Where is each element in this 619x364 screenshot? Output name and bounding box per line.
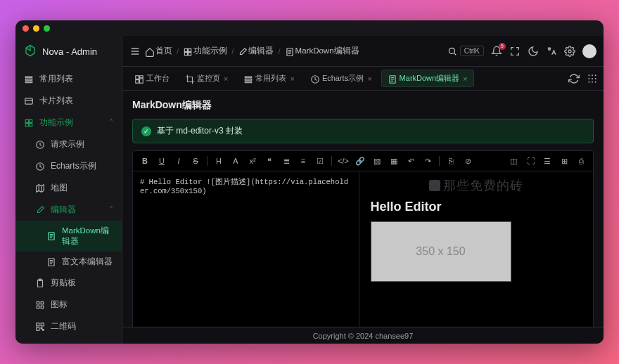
preview-heading: Hello Editor [371, 200, 582, 214]
tool-italic[interactable]: I [171, 154, 186, 168]
tool-fullscreen[interactable]: ⛶ [523, 154, 538, 168]
footer: Copyright © 2024 chansee97 [122, 327, 604, 344]
tool-sup[interactable]: x² [245, 154, 260, 168]
sidebar-item-label: 请求示例 [51, 138, 84, 150]
editor-source[interactable]: # Hello Editor ![图片描述](https://via.place… [133, 171, 359, 327]
tool-task[interactable]: ☑ [312, 154, 328, 168]
tabs-bar: 工作台监控页×常用列表×Echarts示例×MarkDown编辑器× [122, 67, 604, 91]
tool-link[interactable]: 🔗 [352, 154, 368, 168]
window-zoom-dot[interactable] [44, 25, 50, 32]
sidebar-item-label: 常用列表 [39, 73, 73, 85]
sidebar-collapse-icon[interactable] [129, 46, 141, 57]
settings-icon[interactable] [564, 46, 575, 57]
brand[interactable]: Nova - Admin [15, 36, 122, 67]
language-icon[interactable] [546, 46, 557, 57]
clipboard-icon [35, 278, 45, 288]
tabs-more-icon[interactable] [587, 73, 598, 84]
plugin-icon [24, 118, 34, 128]
user-avatar[interactable] [582, 44, 596, 58]
tab-3[interactable]: Echarts示例× [304, 70, 378, 87]
theme-toggle-icon[interactable] [528, 46, 539, 57]
tool-save[interactable]: ⎘ [443, 154, 459, 168]
tab-close-icon[interactable]: × [463, 74, 467, 83]
sidebar-item-8[interactable]: 富文本编辑器 [15, 252, 122, 272]
sidebar-item-6[interactable]: 编辑器˄ [15, 199, 122, 221]
sidebar-item-5[interactable]: 地图 [15, 177, 122, 199]
window-minimize-dot[interactable] [33, 25, 39, 32]
breadcrumb-item-0[interactable]: 首页 [145, 46, 172, 56]
svg-rect-4 [25, 119, 28, 122]
tool-quote[interactable]: ❝ [262, 154, 277, 168]
tool-heading[interactable]: H [211, 154, 226, 168]
sidebar-item-label: MarkDown编辑器 [62, 226, 113, 247]
tool-bold[interactable]: B [137, 154, 153, 168]
sidebar-item-10[interactable]: 图标 [15, 294, 122, 316]
tool-table[interactable]: ▦ [386, 154, 402, 168]
sidebar-item-3[interactable]: 请求示例 [15, 134, 122, 155]
list-icon [24, 74, 34, 84]
notifications-badge: 5 [499, 43, 506, 50]
tool-preview-toggle[interactable]: ◫ [506, 154, 521, 168]
sidebar-item-11[interactable]: 二维码 [15, 316, 122, 337]
breadcrumb-item-3[interactable]: MarkDown编辑器 [285, 46, 359, 56]
tool-redo[interactable]: ↷ [420, 154, 435, 168]
fullscreen-icon[interactable] [509, 46, 521, 57]
tool-catalog[interactable]: ☰ [540, 154, 555, 168]
tab-2[interactable]: 常用列表× [237, 70, 300, 87]
window-close-dot[interactable] [23, 25, 29, 32]
tool-ol[interactable]: ≡ [295, 154, 311, 168]
sidebar-item-2[interactable]: 功能示例˄ [15, 112, 122, 134]
svg-point-40 [595, 74, 596, 76]
tab-4[interactable]: MarkDown编辑器× [381, 70, 474, 87]
tool-html-preview[interactable]: ⊞ [556, 154, 572, 168]
main-layout: Nova - Admin 常用列表卡片列表功能示例˄请求示例Echarts示例地… [15, 36, 604, 344]
sidebar-item-4[interactable]: Echarts示例 [15, 155, 122, 177]
tool-clear[interactable]: ⊘ [460, 154, 476, 168]
alert-text: 基于 md-editor-v3 封装 [157, 125, 243, 137]
tab-label: 监控页 [197, 73, 220, 84]
dashboard-icon [134, 74, 143, 83]
sidebar-item-9[interactable]: 剪贴板 [15, 272, 122, 294]
svg-rect-2 [25, 81, 32, 82]
app-window: Nova - Admin 常用列表卡片列表功能示例˄请求示例Echarts示例地… [15, 20, 604, 344]
tab-close-icon[interactable]: × [290, 74, 294, 83]
breadcrumb-item-2[interactable]: 编辑器 [238, 46, 274, 56]
breadcrumb-item-1[interactable]: 功能示例 [183, 46, 227, 56]
svg-rect-33 [245, 76, 252, 77]
clock-icon [310, 74, 319, 83]
window-titlebar [15, 20, 604, 36]
tool-underline[interactable]: U [154, 154, 170, 168]
svg-rect-32 [136, 79, 139, 83]
alert-success-icon [141, 126, 151, 136]
tabs-refresh-icon[interactable] [568, 73, 580, 84]
tool-ul[interactable]: ≣ [279, 154, 294, 168]
tab-close-icon[interactable]: × [224, 74, 228, 83]
editor-body: # Hello Editor ![图片描述](https://via.place… [133, 171, 593, 327]
tab-close-icon[interactable]: × [367, 74, 371, 83]
globe-icon [35, 344, 45, 344]
tool-github[interactable]: ⎙ [573, 154, 589, 168]
tool-strike[interactable]: S [188, 154, 203, 168]
svg-point-44 [588, 81, 589, 82]
svg-rect-30 [140, 75, 143, 77]
breadcrumb-sep: / [231, 47, 234, 56]
search-shortcut[interactable]: CtrlK [447, 46, 484, 56]
sidebar-item-label: 剪贴板 [51, 277, 76, 289]
svg-rect-18 [37, 323, 39, 325]
list-icon [243, 74, 252, 83]
toolbar-sep [207, 156, 208, 166]
svg-rect-19 [41, 323, 44, 325]
sidebar-item-12[interactable]: 省市区联动 [15, 337, 122, 344]
sidebar-item-1[interactable]: 卡片列表 [15, 90, 122, 112]
tool-image[interactable]: ▧ [369, 154, 385, 168]
home-icon [145, 47, 153, 56]
tab-0[interactable]: 工作台 [128, 70, 176, 87]
tab-1[interactable]: 监控页× [179, 70, 234, 87]
svg-rect-0 [25, 76, 32, 77]
tool-font[interactable]: A [228, 154, 243, 168]
sidebar-item-0[interactable]: 常用列表 [15, 68, 122, 90]
tool-code[interactable]: </> [336, 154, 351, 168]
tool-undo[interactable]: ↶ [403, 154, 419, 168]
notifications-icon[interactable]: 5 [491, 46, 502, 57]
sidebar-item-7[interactable]: MarkDown编辑器 [15, 221, 122, 252]
